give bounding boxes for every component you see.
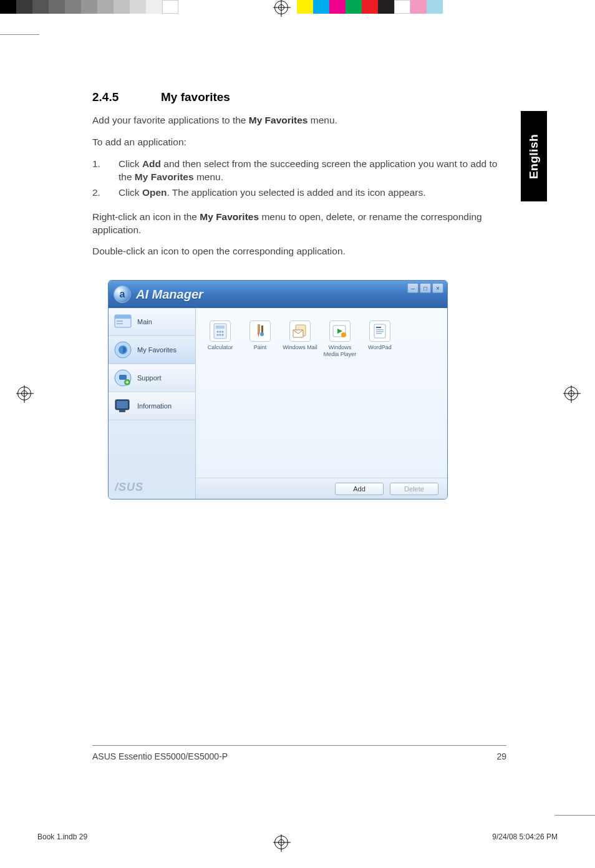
step-item: 2. Click Open. The application you selec… — [92, 186, 507, 200]
sidebar-item-label: Information — [137, 402, 172, 410]
svg-rect-30 — [376, 331, 384, 332]
slug-file: Book 1.indb 29 — [37, 832, 87, 841]
close-button[interactable]: × — [432, 283, 443, 293]
svg-rect-2 — [117, 321, 123, 322]
delete-button[interactable]: Delete — [390, 483, 438, 495]
steps-list: 1. Click Add and then select from the su… — [92, 158, 507, 200]
slug-datetime: 9/24/08 5:04:26 PM — [492, 832, 558, 841]
paint-icon — [249, 321, 271, 342]
print-slug: Book 1.indb 29 9/24/08 5:04:26 PM — [37, 832, 558, 841]
svg-point-17 — [217, 334, 219, 336]
svg-rect-7 — [119, 375, 127, 380]
sidebar-item-label: My Favorites — [137, 346, 177, 354]
svg-rect-29 — [376, 329, 384, 330]
app-label: WordPad — [362, 344, 398, 350]
svg-rect-11 — [119, 410, 125, 412]
app-paint[interactable]: Paint — [242, 321, 278, 350]
minimize-button[interactable]: – — [407, 283, 418, 293]
registration-mark-icon — [274, 1, 288, 14]
svg-rect-28 — [376, 327, 381, 328]
ai-manager-window: a AI Manager – □ × Main — [108, 280, 448, 499]
information-icon — [114, 397, 132, 415]
mail-icon — [289, 321, 311, 342]
add-button[interactable]: Add — [335, 483, 384, 495]
svg-point-14 — [217, 331, 219, 333]
section-title: My favorites — [161, 90, 230, 104]
wordpad-icon — [369, 321, 390, 342]
ai-sidebar: Main My Favorites Support — [109, 308, 196, 499]
paragraph-rightclick: Right-click an icon in the My Favorites … — [92, 211, 507, 237]
app-label: Windows Mail — [282, 344, 318, 350]
footer-product: ASUS Essentio ES5000/ES5000-P — [92, 751, 228, 761]
section-heading: 2.4.5My favorites — [92, 90, 507, 104]
sidebar-item-label: Main — [137, 318, 152, 326]
window-controls: – □ × — [407, 283, 443, 293]
svg-rect-1 — [115, 315, 131, 319]
ai-logo-icon: a — [114, 286, 131, 303]
svg-point-19 — [222, 334, 224, 336]
ai-title-text: AI Manager — [136, 287, 203, 302]
intro-line-1: Add your favorite applications to the My… — [92, 114, 507, 127]
maximize-button[interactable]: □ — [420, 283, 431, 293]
svg-point-18 — [220, 334, 221, 336]
svg-rect-20 — [258, 324, 260, 333]
registration-mark-icon — [564, 387, 578, 400]
app-label: Paint — [242, 344, 278, 350]
sidebar-item-information[interactable]: Information — [109, 392, 195, 420]
crop-rule — [555, 815, 595, 816]
page-content: 2.4.5My favorites Add your favorite appl… — [92, 90, 507, 499]
svg-point-26 — [341, 332, 346, 337]
footer-page-number: 29 — [496, 751, 506, 761]
sidebar-item-label: Support — [137, 374, 162, 382]
ai-bottom-bar: Add Delete — [196, 478, 447, 499]
printer-colorbar — [0, 0, 595, 14]
page-footer: ASUS Essentio ES5000/ES5000-P 29 — [92, 751, 506, 761]
app-windows-mail[interactable]: Windows Mail — [282, 321, 318, 350]
app-calculator[interactable]: Calculator — [202, 321, 238, 350]
svg-rect-31 — [376, 333, 382, 334]
crop-rule — [0, 34, 39, 35]
app-windows-media-player[interactable]: Windows Media Player — [322, 321, 358, 357]
app-label: Calculator — [202, 344, 238, 350]
intro-line-2: To add an application: — [92, 136, 507, 149]
favorites-icon-grid: Calculator Paint Windows Mail — [196, 308, 447, 478]
svg-point-22 — [260, 332, 264, 336]
svg-point-16 — [222, 331, 224, 333]
sidebar-item-support[interactable]: Support — [109, 364, 195, 392]
step-item: 1. Click Add and then select from the su… — [92, 158, 507, 184]
svg-rect-21 — [261, 326, 263, 333]
section-number: 2.4.5 — [92, 90, 161, 104]
sidebar-item-favorites[interactable]: My Favorites — [109, 336, 195, 364]
support-icon — [114, 369, 132, 387]
language-tab: English — [521, 111, 547, 201]
window-icon — [114, 312, 132, 331]
app-label: Windows Media Player — [322, 344, 358, 357]
registration-mark-icon — [17, 387, 31, 400]
ai-titlebar: a AI Manager – □ × — [109, 281, 447, 308]
app-wordpad[interactable]: WordPad — [362, 321, 398, 350]
language-tab-label: English — [527, 133, 541, 178]
ai-main-panel: Calculator Paint Windows Mail — [196, 308, 447, 499]
sidebar-item-main[interactable]: Main — [109, 308, 195, 336]
paragraph-doubleclick: Double-click an icon to open the corresp… — [92, 245, 507, 258]
media-player-icon — [329, 321, 351, 342]
svg-rect-3 — [117, 323, 123, 324]
svg-point-15 — [220, 331, 221, 333]
svg-rect-13 — [216, 326, 225, 329]
footer-rule — [92, 745, 506, 746]
asus-brand-text: /SUS — [109, 476, 195, 499]
favorites-icon — [114, 340, 132, 359]
svg-rect-10 — [117, 401, 128, 408]
calculator-icon — [210, 321, 231, 342]
